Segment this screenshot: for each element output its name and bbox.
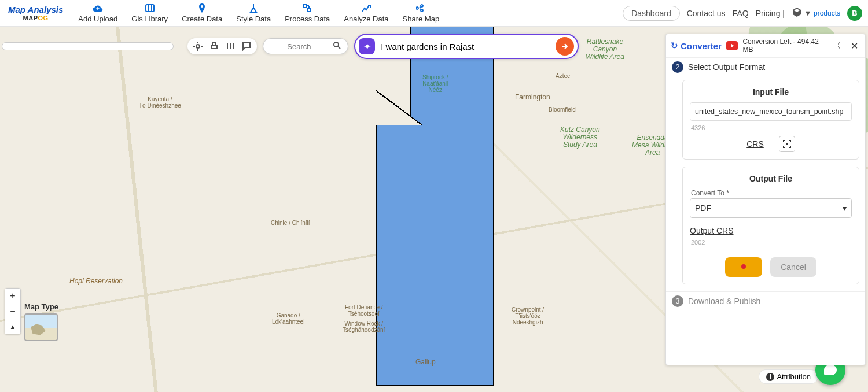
svg-point-1 [196, 45, 200, 48]
output-file-title: Output File [690, 174, 852, 183]
svg-point-4 [334, 42, 339, 47]
svg-point-5 [786, 143, 788, 145]
menu-label: Create Data [182, 14, 222, 23]
close-icon[interactable]: ✕ [848, 40, 860, 51]
menu-label: Share Map [403, 14, 440, 23]
zoom-out-button[interactable]: − [5, 304, 20, 319]
comment-icon[interactable] [242, 42, 251, 51]
analyze-icon [361, 3, 372, 13]
north-button[interactable]: ▲ [5, 319, 20, 334]
library-icon [145, 3, 155, 13]
locate-icon[interactable] [193, 42, 203, 51]
style-icon [249, 3, 258, 13]
map-type-label: Map Type [24, 302, 58, 311]
distribute-icon[interactable] [226, 42, 235, 51]
output-file-card: Output File Convert To * PDF ▾ Output CR… [682, 167, 859, 284]
dashboard-button[interactable]: Dashboard [623, 6, 680, 21]
search-icon[interactable] [333, 41, 341, 51]
svg-rect-3 [212, 43, 216, 45]
step-3-label: Download & Publish [688, 297, 760, 306]
share-icon [416, 3, 425, 13]
input-file-card: Input File united_states_new_mexico_tour… [682, 80, 859, 160]
cube-icon [792, 7, 802, 20]
step-3-header[interactable]: 3 Download & Publish [666, 291, 865, 310]
menu-label: Gis Library [131, 14, 168, 23]
output-crs-link[interactable]: Output CRS [690, 226, 852, 235]
top-toolbar: ✦ [2, 34, 579, 59]
faq-link[interactable]: FAQ [733, 9, 749, 18]
input-srid: 4326 [691, 124, 852, 131]
input-file-title: Input File [690, 87, 852, 97]
menu-process-data[interactable]: Process Data [278, 3, 337, 23]
polygon-notch-diag [376, 90, 422, 125]
app-header: Map Analysis MAPOG Add Upload Gis Librar… [0, 0, 868, 27]
logo-title: Map Analysis [8, 5, 63, 14]
map-tool-cluster [187, 38, 257, 54]
ai-search-bar[interactable]: ✦ [354, 34, 579, 59]
logo[interactable]: Map Analysis MAPOG [0, 5, 71, 21]
input-file-name: united_states_new_mexico_tourism_point.s… [690, 102, 852, 121]
chat-icon [824, 365, 837, 375]
cloud-upload-icon [93, 3, 103, 13]
step-number-3: 3 [672, 295, 683, 307]
cancel-button[interactable]: Cancel [770, 257, 816, 277]
crs-link[interactable]: CRS [746, 139, 764, 149]
pin-icon [198, 3, 206, 13]
process-icon [303, 3, 312, 13]
contact-link[interactable]: Contact us [687, 9, 726, 18]
logo-subtitle: MAPOG [23, 14, 49, 21]
menu-label: Analyze Data [344, 14, 388, 23]
zoom-controls: + − ▲ [5, 288, 21, 334]
extent-icon[interactable] [779, 136, 795, 152]
step-number-2: 2 [672, 61, 683, 73]
pricing-link[interactable]: Pricing | [756, 9, 785, 18]
menu-analyze-data[interactable]: Analyze Data [337, 3, 395, 23]
info-icon: i [766, 373, 774, 381]
panel-title: ↻ Converter [671, 40, 722, 51]
map-search[interactable] [263, 38, 349, 54]
map-type-switcher[interactable]: Map Type [24, 302, 58, 341]
search-input[interactable] [270, 42, 329, 51]
print-icon[interactable] [209, 42, 219, 51]
converter-panel: ↻ Converter Conversion Left - 494.42 MB … [665, 34, 866, 365]
menu-share-map[interactable]: Share Map [396, 3, 447, 23]
menu-label: Add Upload [78, 14, 117, 23]
user-avatar[interactable]: B [847, 6, 862, 21]
opacity-slider[interactable] [2, 42, 174, 50]
zoom-in-button[interactable]: + [5, 289, 20, 304]
output-srid: 2002 [691, 239, 852, 246]
main-menu: Add Upload Gis Library Create Data Style… [71, 3, 446, 23]
svg-rect-0 [146, 5, 154, 12]
convert-to-select[interactable]: PDF ▾ [690, 198, 852, 218]
conversion-left-text: Conversion Left - 494.42 MB [742, 38, 825, 54]
menu-gis-library[interactable]: Gis Library [124, 3, 175, 23]
convert-to-value: PDF [695, 204, 711, 213]
sparkle-icon: ✦ [359, 38, 375, 54]
menu-label: Process Data [285, 14, 330, 23]
ai-input[interactable] [381, 42, 550, 51]
menu-label: Style Data [236, 14, 271, 23]
youtube-icon[interactable] [726, 41, 738, 50]
menu-create-data[interactable]: Create Data [175, 3, 229, 23]
menu-add-upload[interactable]: Add Upload [71, 3, 124, 23]
convert-to-label: Convert To * [691, 189, 852, 197]
chevron-down-icon: ▾ [843, 204, 847, 213]
ai-submit-button[interactable] [556, 37, 574, 56]
menu-style-data[interactable]: Style Data [229, 3, 278, 23]
step-2-header[interactable]: 2 Select Output Format [666, 58, 865, 76]
header-right: Dashboard Contact us FAQ Pricing | ▾ pro… [623, 6, 868, 21]
products-dropdown[interactable]: ▾ products [792, 7, 840, 20]
refresh-icon: ↻ [671, 40, 678, 51]
step-2-label: Select Output Format [688, 62, 765, 72]
convert-button[interactable] [725, 257, 762, 277]
panel-header: ↻ Converter Conversion Left - 494.42 MB … [666, 34, 865, 58]
chevron-down-icon: ▾ [806, 8, 810, 19]
collapse-icon[interactable]: 〈 [830, 40, 844, 52]
map-type-thumb[interactable] [24, 313, 58, 341]
products-label: products [814, 9, 840, 17]
